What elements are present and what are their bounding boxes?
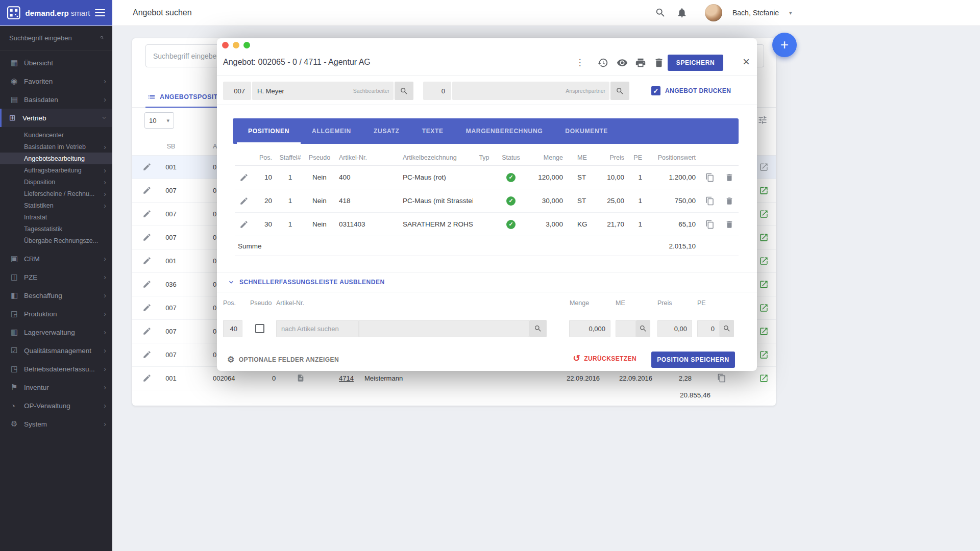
sidebar-item-übersicht[interactable]: ▦Übersicht› <box>0 54 112 72</box>
position-row[interactable]: 30 1 Nein 0311403 SARATHERM 2 ROHSTOFF-.… <box>235 213 739 236</box>
edit-icon[interactable] <box>142 327 152 336</box>
speichern-button[interactable]: SPEICHERN <box>668 55 723 71</box>
sachbearbeiter-name-field[interactable]: H. Meyer Sachbearbeiter <box>252 82 394 100</box>
open-detail-icon[interactable] <box>759 350 769 360</box>
add-button[interactable]: + <box>772 33 797 57</box>
open-detail-icon[interactable] <box>759 280 769 289</box>
open-detail-icon[interactable] <box>759 186 769 195</box>
search-icon[interactable] <box>655 7 666 18</box>
edit-icon[interactable] <box>142 233 152 242</box>
sidebar-subitem-statistiken[interactable]: Statistiken› <box>0 199 112 211</box>
close-icon[interactable]: × <box>740 55 753 68</box>
sidebar-subitem-kundencenter[interactable]: Kundencenter› <box>0 129 112 141</box>
sidebar-item-produktion[interactable]: ◲Produktion› <box>0 305 112 323</box>
copy-icon[interactable] <box>700 173 720 182</box>
artikel-search-button[interactable] <box>529 320 547 337</box>
notifications-icon[interactable] <box>676 7 688 18</box>
edit-icon[interactable] <box>142 209 152 218</box>
reset-button[interactable]: ↺ ZURÜCKSETZEN <box>573 355 636 363</box>
open-detail-icon[interactable] <box>759 373 769 383</box>
optional-fields-toggle[interactable]: ⚙ OPTIONALE FELDER ANZEIGEN <box>227 355 339 364</box>
window-zoom-dot[interactable] <box>243 42 250 48</box>
filter-icon[interactable] <box>757 115 768 125</box>
quickbar-me-input[interactable] <box>616 325 635 333</box>
edit-icon[interactable] <box>142 280 152 289</box>
delete-icon[interactable] <box>653 57 665 68</box>
sidebar-item-inventur[interactable]: ⚑Inventur› <box>0 378 112 396</box>
user-name[interactable]: Bach, Stefanie <box>732 9 779 17</box>
sidebar-subitem-basisdaten-im-vetrieb[interactable]: Basisdaten im Vetrieb› <box>0 141 112 153</box>
open-detail-icon[interactable] <box>759 303 769 313</box>
sidebar-item-pze[interactable]: ◫PZE› <box>0 268 112 286</box>
ansprechpartner-name-field[interactable]: Ansprechpartner <box>452 82 609 100</box>
sidebar-item-betriebsdatenerfassu[interactable]: ◳Betriebsdatenerfassu...› <box>0 360 112 378</box>
edit-icon[interactable] <box>142 256 152 265</box>
sidebar-subitem-lieferscheine-rechnu[interactable]: Lieferscheine / Rechnu...› <box>0 188 112 199</box>
sachbearbeiter-search-button[interactable] <box>395 82 413 100</box>
position-row[interactable]: 10 1 Nein 400 PC-Maus (rot) ✓ 120,000 ST… <box>235 166 739 189</box>
sidebar-subitem-angebotsbearbeitung[interactable]: Angebotsbearbeitung› <box>0 153 112 164</box>
sidebar-item-beschaffung[interactable]: ◧Beschaffung› <box>0 286 112 305</box>
dialog-tab-dokumente[interactable]: DOKUMENTE <box>554 118 619 144</box>
sidebar-search-input[interactable] <box>8 34 100 42</box>
sidebar-item-crm[interactable]: ▣CRM› <box>0 249 112 268</box>
sidebar-subitem-auftragsbearbeitung[interactable]: Auftragsbearbeitung› <box>0 164 112 176</box>
sidebar-subitem-intrastat[interactable]: Intrastat› <box>0 211 112 223</box>
history-icon[interactable] <box>597 57 608 68</box>
edit-icon[interactable] <box>235 220 253 229</box>
open-detail-icon[interactable] <box>759 327 769 336</box>
sidebar-item-basisdaten[interactable]: ▤Basisdaten› <box>0 90 112 109</box>
angebot-drucken-checkbox[interactable]: ✓ ANGEBOT DRUCKEN <box>651 86 731 95</box>
hamburger-menu-icon[interactable] <box>95 7 105 18</box>
dialog-tab-texte[interactable]: TEXTE <box>411 118 455 144</box>
ansprechpartner-search-button[interactable] <box>610 82 629 100</box>
edit-icon[interactable] <box>142 186 152 195</box>
page-size-select[interactable]: 10 ▾ <box>144 112 174 129</box>
delete-icon[interactable] <box>720 173 739 182</box>
pe-search-button[interactable] <box>720 320 734 337</box>
preview-icon[interactable] <box>617 57 628 68</box>
artikel-suche-input[interactable] <box>277 325 358 333</box>
print-icon[interactable] <box>635 57 646 68</box>
sidebar-item-lagerverwaltung[interactable]: ▥Lagerverwaltung› <box>0 323 112 341</box>
position-speichern-button[interactable]: POSITION SPEICHERN <box>651 352 735 368</box>
me-search-button[interactable] <box>636 320 650 337</box>
sidebar-item-system[interactable]: ⚙System› <box>0 415 112 433</box>
delete-icon[interactable] <box>720 196 739 206</box>
edit-icon[interactable] <box>142 350 152 359</box>
sidebar-subitem-disposition[interactable]: Disposition› <box>0 176 112 188</box>
edit-icon[interactable] <box>235 196 253 206</box>
quickbar-pos-input[interactable] <box>224 325 242 333</box>
edit-icon[interactable] <box>142 303 152 312</box>
sidebar-item-favoriten[interactable]: ◉Favoriten› <box>0 72 112 90</box>
artikel-bezeichnung-input[interactable] <box>359 325 529 333</box>
quickbar-preis-input[interactable] <box>658 325 692 333</box>
quickbar-menge-input[interactable] <box>570 325 610 333</box>
pseudo-checkbox[interactable] <box>255 324 264 333</box>
window-close-dot[interactable] <box>222 42 229 48</box>
avatar[interactable] <box>705 4 722 21</box>
dialog-tab-positionen[interactable]: POSITIONEN <box>237 118 301 144</box>
window-minimize-dot[interactable] <box>233 42 239 48</box>
edit-icon[interactable] <box>142 373 152 383</box>
position-row[interactable]: 20 1 Nein 418 PC-Maus (mit Strassteine..… <box>235 189 739 213</box>
dialog-tab-zusatz[interactable]: ZUSATZ <box>362 118 411 144</box>
copy-icon[interactable] <box>700 220 720 229</box>
quickbar-pe-input[interactable] <box>698 325 719 333</box>
open-detail-icon[interactable] <box>759 209 769 219</box>
open-detail-icon[interactable] <box>759 162 769 172</box>
sidebar-subitem-tagesstatistik[interactable]: Tagesstatistik› <box>0 223 112 235</box>
sidebar-item-vertrieb[interactable]: ⊞Vertrieb› <box>0 109 112 127</box>
edit-icon[interactable] <box>235 173 253 182</box>
search-icon[interactable] <box>100 34 104 42</box>
chevron-down-icon[interactable]: ▾ <box>789 10 792 16</box>
edit-icon[interactable] <box>142 162 152 171</box>
quickbar-toggle[interactable]: SCHNELLERFASSUNGSLEISTE AUSBLENDEN <box>227 278 385 286</box>
open-detail-icon[interactable] <box>759 256 769 266</box>
copy-icon[interactable] <box>700 196 720 206</box>
sidebar-item-qualitätsmanagement[interactable]: ☑Qualitätsmanagement› <box>0 341 112 360</box>
more-options-icon[interactable]: ⋮ <box>574 57 585 68</box>
sidebar-item-op-verwaltung[interactable]: ◔OP-Verwaltung› <box>0 396 112 415</box>
delete-icon[interactable] <box>720 220 739 229</box>
copy-icon[interactable] <box>717 373 726 383</box>
